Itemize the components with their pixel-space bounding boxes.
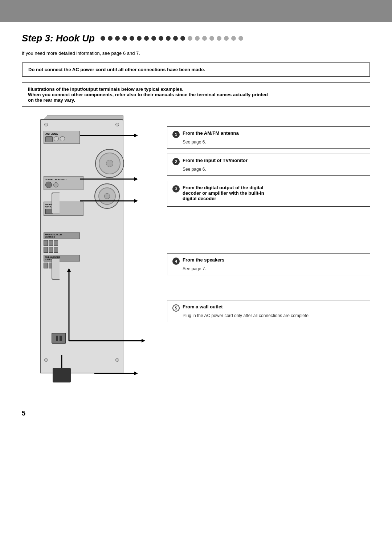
step-number: 3 <box>45 33 50 44</box>
side-handle-left-bottom <box>52 258 60 280</box>
callouts-area: 1 From the AM/FM antenna See page 6. 2 F… <box>167 116 370 322</box>
callout-spacer-lg <box>167 212 370 248</box>
svg-marker-10 <box>142 339 145 343</box>
dot-18 <box>224 36 229 41</box>
callout-3-title: From the digital output of the digitalde… <box>183 185 264 201</box>
callout-2-sub: See page 6. <box>183 167 365 172</box>
dot-16 <box>209 36 214 41</box>
dot-8 <box>151 36 156 41</box>
callout-4: 4 From the speakers See page 7. <box>167 253 370 275</box>
callout-5: 5 From a wall outlet Plug in the AC powe… <box>167 300 370 322</box>
screw-br <box>115 358 119 362</box>
callout-4-title: From the speakers <box>183 257 225 263</box>
info-line3: on the rear may vary. <box>28 97 75 103</box>
callout-spacer <box>167 280 370 295</box>
callout-1-title: From the AM/FM antenna <box>183 130 239 136</box>
svg-marker-1 <box>134 134 138 137</box>
callout-4-num: 4 <box>172 258 180 265</box>
dot-19 <box>231 36 236 41</box>
fan-center <box>106 160 113 167</box>
progress-dots <box>101 36 243 41</box>
dot-3 <box>115 36 120 41</box>
screw-bl <box>44 358 48 362</box>
dot-7 <box>144 36 149 41</box>
page-number: 5 <box>22 410 370 417</box>
device-body: ANTENNA <box>40 119 123 373</box>
step-label: Step <box>22 33 42 44</box>
dot-12 <box>180 36 185 41</box>
power-outlet <box>52 333 66 344</box>
speaker-terminals: MAIN SPEAKERLS/RS/CS <box>44 232 80 268</box>
info-box: Illustrations of the input/output termin… <box>22 82 370 107</box>
screw-tr <box>115 123 119 126</box>
callout-3-num: 3 <box>172 185 180 193</box>
screw-tl <box>44 123 48 126</box>
step-title-text: Hook Up <box>56 33 95 44</box>
dot-4 <box>122 36 127 41</box>
info-line1: Illustrations of the input/output termin… <box>28 86 183 92</box>
dot-10 <box>166 36 171 41</box>
dot-14 <box>195 36 200 41</box>
callout-1-sub: See page 6. <box>183 139 365 145</box>
top-bar <box>0 0 392 22</box>
main-diagram: ANTENNA <box>22 116 370 399</box>
antenna-section: ANTENNA <box>44 131 80 144</box>
fan-2 <box>94 183 120 209</box>
video-out-section: S VIDEO VIDEO OUT <box>44 176 83 190</box>
info-line2: When you connect other components, refer… <box>28 92 268 97</box>
svg-marker-14 <box>134 372 138 375</box>
dot-20 <box>238 36 243 41</box>
callout-5-num: 5 <box>172 304 180 312</box>
dot-13 <box>188 36 192 41</box>
callout-1: 1 From the AM/FM antenna See page 6. <box>167 126 370 149</box>
step-title: Step 3: Hook Up <box>22 33 95 44</box>
callout-2-title: From the input of TV/monitor <box>183 158 248 163</box>
callout-3: 3 From the digital output of the digital… <box>167 181 370 207</box>
dot-15 <box>202 36 207 41</box>
callout-5-title: From a wall outlet <box>183 304 223 309</box>
svg-marker-5 <box>134 199 138 203</box>
step-header: Step 3: Hook Up <box>22 33 370 44</box>
callout-5-sub: Plug in the AC power cord only after all… <box>183 313 365 318</box>
dot-11 <box>173 36 178 41</box>
dot-9 <box>159 36 163 41</box>
warning-text: Do not connect the AC power cord until a… <box>28 67 205 72</box>
callout-2-num: 2 <box>172 158 180 165</box>
dot-1 <box>101 36 105 41</box>
dot-17 <box>217 36 221 41</box>
warning-box: Do not connect the AC power cord until a… <box>22 62 370 77</box>
device-illustration: ANTENNA <box>22 116 156 399</box>
callout-2: 2 From the input of TV/monitor See page … <box>167 154 370 176</box>
callout-1-num: 1 <box>172 131 180 138</box>
subtitle-text: If you need more detailed information, s… <box>22 50 370 56</box>
fan <box>95 149 124 178</box>
dot-5 <box>130 36 134 41</box>
fan-inner <box>99 153 121 174</box>
svg-marker-3 <box>134 177 138 181</box>
digital-out-section: DIGITAL OUTOPTICAL <box>44 202 83 216</box>
side-handle-left-top <box>52 193 60 214</box>
dot-2 <box>108 36 113 41</box>
callout-4-sub: See page 7. <box>183 266 365 271</box>
dot-6 <box>137 36 142 41</box>
